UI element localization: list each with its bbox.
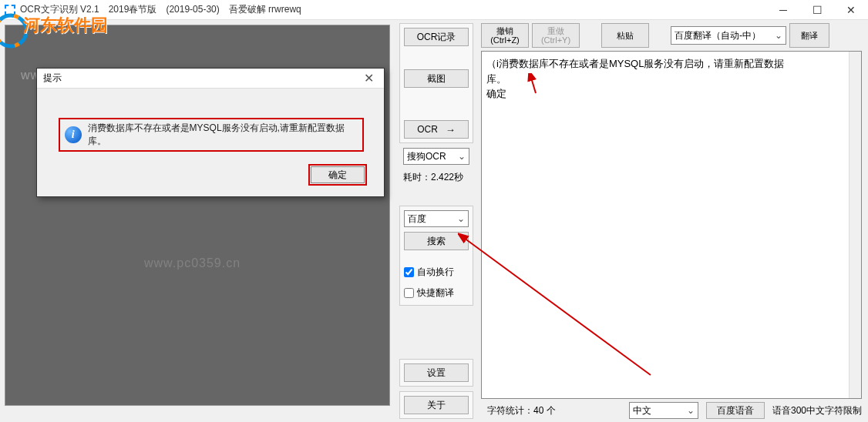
screenshot-button[interactable]: 截图 [404,69,469,88]
ocr-button-label: OCR [417,124,438,135]
message-dialog: 提示 ✕ i 消费数据库不存在或者是MYSQL服务没有启动,请重新配置数据库。 … [36,68,385,197]
output-line: （i消费数据库不存在或者是MYSQL服务没有启动，请重新配置数据 [486,56,856,72]
translator-select[interactable]: 百度翻译（自动-中） [671,26,786,45]
dialog-message-row: i 消费数据库不存在或者是MYSQL服务没有启动,请重新配置数据库。 [59,118,364,152]
dialog-message: 消费数据库不存在或者是MYSQL服务没有启动,请重新配置数据库。 [88,122,358,148]
minimize-button[interactable]: ─ [766,0,800,19]
search-button[interactable]: 搜索 [404,232,469,250]
title-text: OCR文字识别 V2.1 2019春节版 (2019-05-30) 吾爱破解 r… [20,3,766,16]
image-preview[interactable]: www.pc0359.cn www.pc0359.cn 提示 ✕ i 消费数据库… [5,25,390,406]
lang-select[interactable]: 中文 [629,402,698,419]
watermark-brand: 河东软件园 [23,14,108,37]
close-button[interactable]: ✕ [834,0,868,19]
ocr-engine-select[interactable]: 搜狗OCR [403,148,469,165]
image-panel: 河东软件园 www.pc0359.cn www.pc0359.cn 提示 ✕ i… [0,20,395,422]
auto-wrap-checkbox[interactable]: 自动换行 [404,264,469,280]
dialog-titlebar[interactable]: 提示 ✕ [37,69,384,89]
arrow-right-icon: → [446,124,456,136]
timing-label: 耗时：2.422秒 [403,169,469,186]
dialog-ok-button[interactable]: 确定 [311,166,365,183]
watermark-logo: 河东软件园 [0,12,29,52]
svg-point-0 [0,15,26,46]
paste-button[interactable]: 粘贴 [601,23,649,48]
char-count: 字符统计：40 个 [487,404,556,417]
output-panel: 撤销(Ctrl+Z) 重做(Ctrl+Y) 粘贴 百度翻译（自动-中） 翻译 （… [478,20,868,422]
titlebar: OCR文字识别 V2.1 2019春节版 (2019-05-30) 吾爱破解 r… [0,0,868,20]
about-button[interactable]: 关于 [404,396,469,414]
settings-button[interactable]: 设置 [404,363,469,382]
redo-button[interactable]: 重做(Ctrl+Y) [532,23,580,48]
voice-button[interactable]: 百度语音 [706,402,765,419]
quick-translate-checkbox[interactable]: 快捷翻译 [404,285,469,301]
status-bar: 字符统计：40 个 中文 百度语音 语音300中文字符限制 [481,399,862,419]
dialog-title-text: 提示 [43,72,62,85]
undo-button[interactable]: 撤销(Ctrl+Z) [481,23,529,48]
scrollbar[interactable] [849,52,861,398]
translate-button[interactable]: 翻译 [789,23,829,48]
watermark-url-2: www.pc0359.cn [144,256,241,270]
dialog-close-button[interactable]: ✕ [353,71,384,85]
output-toolbar: 撤销(Ctrl+Z) 重做(Ctrl+Y) 粘贴 百度翻译（自动-中） 翻译 [481,23,862,48]
ocr-button[interactable]: OCR → [404,120,469,139]
search-engine-select[interactable]: 百度 [404,210,469,227]
output-textarea[interactable]: （i消费数据库不存在或者是MYSQL服务没有启动，请重新配置数据 库。 确定 [481,51,862,399]
control-panel: OCR记录 截图 OCR → 搜狗OCR 耗时：2.422秒 百度 搜索 [395,20,478,422]
maximize-button[interactable]: ☐ [800,0,834,19]
output-line: 确定 [486,86,856,102]
ocr-log-button[interactable]: OCR记录 [404,28,469,46]
info-icon: i [65,126,82,143]
output-line: 库。 [486,72,856,87]
voice-limit-label: 语音300中文字符限制 [772,404,862,417]
